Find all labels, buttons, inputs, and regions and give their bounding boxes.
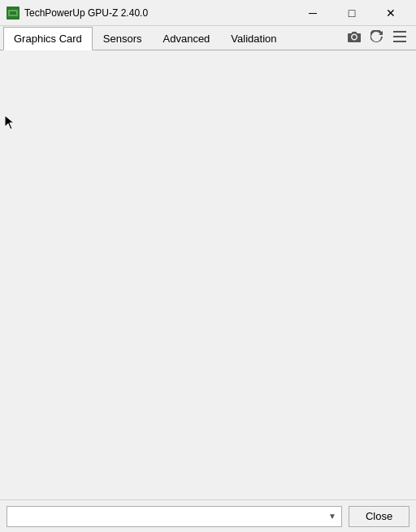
refresh-button[interactable] bbox=[367, 28, 387, 48]
main-content bbox=[0, 50, 416, 499]
svg-rect-4 bbox=[393, 31, 406, 33]
svg-rect-2 bbox=[10, 11, 16, 15]
tab-graphics-card[interactable]: Graphics Card bbox=[3, 27, 93, 50]
tab-sensors[interactable]: Sensors bbox=[93, 27, 153, 50]
gpu-selector[interactable] bbox=[6, 506, 342, 527]
menu-button[interactable] bbox=[390, 28, 410, 48]
app-icon bbox=[6, 7, 20, 20]
toolbar-icons bbox=[344, 28, 413, 48]
window-controls: ─ □ ✕ bbox=[294, 4, 410, 22]
svg-rect-5 bbox=[393, 36, 406, 37]
minimize-button[interactable]: ─ bbox=[294, 4, 332, 22]
tab-advanced[interactable]: Advanced bbox=[153, 27, 221, 50]
tab-bar: Graphics Card Sensors Advanced Validatio… bbox=[0, 26, 416, 50]
app-title: TechPowerUp GPU-Z 2.40.0 bbox=[24, 7, 294, 19]
refresh-icon bbox=[370, 30, 384, 46]
tab-validation[interactable]: Validation bbox=[220, 27, 287, 50]
close-button[interactable]: Close bbox=[349, 506, 410, 527]
cursor-indicator bbox=[5, 116, 15, 130]
maximize-button[interactable]: □ bbox=[333, 4, 370, 22]
gpu-selector-wrapper[interactable]: ▼ bbox=[6, 506, 342, 527]
hamburger-icon bbox=[393, 31, 406, 45]
svg-marker-7 bbox=[5, 116, 14, 129]
title-bar: TechPowerUp GPU-Z 2.40.0 ─ □ ✕ bbox=[0, 0, 416, 26]
camera-button[interactable] bbox=[344, 28, 364, 48]
camera-icon bbox=[348, 31, 361, 45]
svg-rect-6 bbox=[393, 41, 406, 42]
window-close-button[interactable]: ✕ bbox=[372, 4, 410, 22]
bottom-bar: ▼ Close bbox=[0, 499, 416, 532]
svg-point-3 bbox=[353, 35, 357, 39]
